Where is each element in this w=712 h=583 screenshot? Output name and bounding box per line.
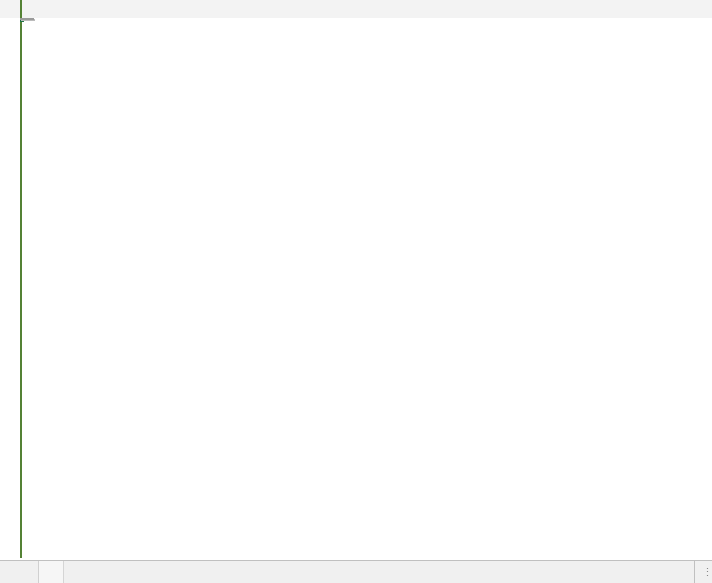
print-set-button[interactable] <box>20 18 34 20</box>
tab-nav-next-icon[interactable] <box>20 566 30 578</box>
tab-options-icon[interactable]: ⋮ <box>702 561 712 583</box>
tab-nav-prev-icon[interactable] <box>8 566 18 578</box>
column-headers <box>0 0 712 18</box>
selected-column-highlight <box>20 0 22 558</box>
tab-nav <box>0 561 39 583</box>
cell-grid[interactable] <box>20 18 712 558</box>
spreadsheet-area <box>0 0 712 560</box>
add-sheet-button[interactable] <box>39 561 64 583</box>
sheet-tab-bar: ⋮ <box>0 560 712 583</box>
